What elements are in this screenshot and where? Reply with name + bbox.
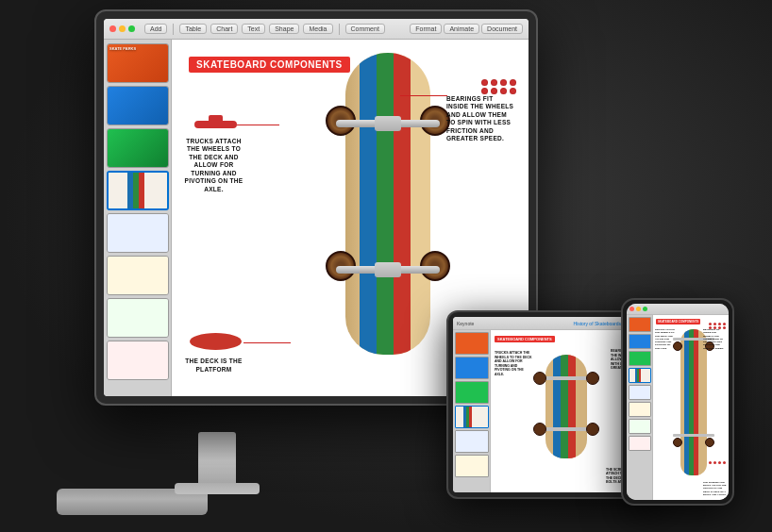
bearing-dot-5 bbox=[481, 88, 488, 94]
phone-thumb-1[interactable] bbox=[629, 317, 651, 332]
truck-connector-line bbox=[237, 125, 279, 125]
phone-thumb-3[interactable] bbox=[629, 351, 651, 366]
minimize-button[interactable] bbox=[119, 25, 126, 32]
bearing-dot-7 bbox=[500, 88, 507, 94]
deck-annotation: THE DECK IS THE PLATFORM bbox=[183, 357, 244, 374]
phone-bearings-text: BEARINGS FIT INSIDE THE WHEELS AND ALLOW… bbox=[703, 328, 727, 350]
stripe-blue bbox=[360, 53, 377, 355]
bearing-dot-2 bbox=[491, 79, 497, 86]
phone-screws-text: THE SCREWS AND BOLTS ATTACH THE TRUCKS T… bbox=[703, 481, 727, 496]
phone-screw-dots bbox=[709, 461, 727, 464]
stripe-red bbox=[394, 53, 411, 355]
slide-thumb-8[interactable] bbox=[107, 341, 169, 380]
slide-thumb-7[interactable] bbox=[107, 298, 169, 338]
monitor-stand-base bbox=[175, 483, 260, 494]
tablet-thumb-1[interactable] bbox=[455, 332, 489, 355]
toolbar-separator bbox=[173, 24, 174, 35]
add-button[interactable]: Add bbox=[144, 24, 167, 34]
tablet-thumb-6[interactable] bbox=[455, 455, 489, 477]
svg-rect-1 bbox=[209, 115, 223, 128]
deck-oval bbox=[190, 333, 242, 350]
truck-bottom bbox=[331, 256, 445, 284]
phone-content-area: skateboard components TRUCKS bbox=[653, 315, 729, 500]
trucks-annotation: TRUCKS ATTACH THE WHEELS TO THE DECK AND… bbox=[183, 138, 244, 193]
slide-thumb-1[interactable]: SKATE PARKS bbox=[107, 43, 169, 83]
tablet-skateboard bbox=[538, 347, 595, 470]
slide-thumb-2[interactable] bbox=[107, 86, 169, 125]
tablet-presentation-title: History of Skateboards bbox=[573, 321, 621, 326]
traffic-lights bbox=[109, 25, 135, 32]
monitor-stand bbox=[198, 432, 236, 489]
tablet-app-name: Keynote bbox=[457, 321, 474, 326]
phone-toolbar bbox=[627, 304, 729, 315]
phone-tl-green[interactable] bbox=[643, 307, 647, 311]
tablet-thumb-5[interactable] bbox=[455, 430, 489, 453]
thumb-sk-board bbox=[109, 173, 167, 208]
slide-thumb-4-active[interactable] bbox=[107, 171, 169, 210]
deck-connector-line bbox=[243, 342, 291, 343]
bearing-dots bbox=[481, 79, 517, 94]
chart-button[interactable]: Chart bbox=[210, 24, 238, 34]
media-button[interactable]: Media bbox=[303, 24, 332, 34]
fullscreen-button[interactable] bbox=[128, 25, 135, 32]
tablet-slide-panel bbox=[453, 330, 491, 492]
phone-thumb-5[interactable] bbox=[629, 385, 651, 400]
tablet-thumb-4-active[interactable] bbox=[455, 406, 489, 428]
tablet-thumb-2[interactable] bbox=[455, 357, 489, 379]
bearings-annotation: BEARINGS FIT INSIDE THE WHEELS AND ALLOW… bbox=[446, 95, 517, 143]
truck-icon-svg bbox=[194, 111, 237, 138]
truck-bar-top bbox=[336, 120, 440, 127]
truck-base-top bbox=[375, 116, 401, 131]
bearing-dot-4 bbox=[510, 79, 516, 86]
bearing-dot-1 bbox=[481, 79, 488, 86]
tablet-thumb-3[interactable] bbox=[455, 381, 489, 404]
stripe-green bbox=[377, 53, 394, 355]
bearing-connector-line bbox=[400, 95, 447, 96]
tablet-trucks-text: TRUCKS ATTACH THE WHEELS TO THE DECK AND… bbox=[495, 351, 534, 376]
truck-base-bottom bbox=[375, 262, 401, 277]
phone-screen: skateboard components TRUCKS bbox=[627, 304, 729, 500]
animate-button[interactable]: Animate bbox=[444, 24, 479, 34]
phone-tl-red[interactable] bbox=[629, 307, 634, 311]
table-button[interactable]: Table bbox=[179, 24, 207, 34]
truck-top bbox=[331, 109, 445, 138]
slide-thumb-5[interactable] bbox=[107, 213, 169, 253]
phone-thumb-4-active[interactable] bbox=[629, 368, 651, 383]
phone-thumb-7[interactable] bbox=[629, 419, 651, 434]
shape-button[interactable]: Shape bbox=[269, 24, 299, 34]
tablet-slide-title: skateboard components bbox=[495, 336, 555, 342]
keynote-toolbar: Add Table Chart Text Shape Media Comment… bbox=[104, 19, 529, 40]
phone-bearing-dots bbox=[709, 323, 727, 329]
truck-bar-bottom bbox=[336, 266, 440, 274]
slide-panel: SKATE PARKS bbox=[104, 40, 172, 396]
phone: skateboard components TRUCKS bbox=[621, 298, 734, 506]
bearing-dot-6 bbox=[491, 88, 497, 94]
phone-trucks-text: TRUCKS ATTACH THE WHEELS TO THE DECK AND… bbox=[655, 328, 676, 350]
bearing-dot-8 bbox=[510, 88, 516, 94]
text-button[interactable]: Text bbox=[242, 24, 265, 34]
toolbar-separator-2 bbox=[339, 24, 340, 35]
phone-slide-panel bbox=[627, 315, 653, 500]
slide-thumb-6[interactable] bbox=[107, 256, 169, 295]
close-button[interactable] bbox=[109, 25, 116, 32]
phone-thumb-6[interactable] bbox=[629, 402, 651, 417]
document-button[interactable]: Document bbox=[481, 24, 523, 34]
deck-body bbox=[345, 53, 430, 355]
phone-thumb-2[interactable] bbox=[629, 334, 651, 349]
phone-tl-yellow[interactable] bbox=[636, 307, 641, 311]
phone-main: skateboard components TRUCKS bbox=[627, 315, 729, 500]
phone-thumb-8[interactable] bbox=[629, 436, 651, 451]
slide-thumb-3[interactable] bbox=[107, 128, 169, 168]
bearing-dot-3 bbox=[500, 79, 507, 86]
format-button[interactable]: Format bbox=[410, 24, 442, 34]
comment-button[interactable]: Comment bbox=[345, 24, 385, 34]
